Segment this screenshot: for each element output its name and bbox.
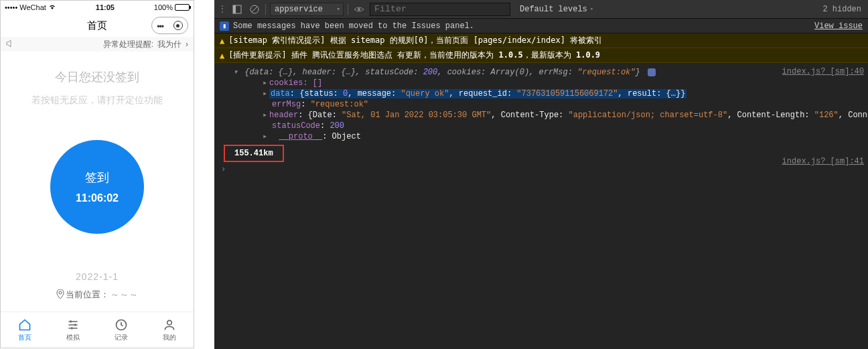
tab-mine[interactable]: 我的 (145, 312, 194, 348)
signin-time: 11:06:02 (76, 192, 119, 204)
warning-icon: ▲ (220, 36, 224, 46)
location-row: 当前位置： ～～～ (56, 289, 139, 301)
object-property[interactable]: __proto__: Object (233, 131, 868, 142)
source-link[interactable]: index.js? [sm]:41 (782, 157, 864, 166)
levels-label: Default levels (520, 5, 587, 14)
signal-dots: ••••• (5, 3, 17, 11)
object-property[interactable]: statusCode: 200 (233, 121, 868, 131)
object-property[interactable]: cookies: [] (233, 78, 868, 88)
view-issues-link[interactable]: View issue (814, 21, 863, 31)
carrier-label: WeChat (19, 3, 46, 11)
signin-button[interactable]: 签到 11:06:02 (50, 140, 144, 234)
source-link[interactable]: index.js? [sm]:40 (782, 67, 864, 76)
live-expression-button[interactable] (352, 3, 366, 16)
wifi-icon (48, 3, 56, 11)
statusbar-time: 11:05 (96, 3, 115, 11)
signin-hint-text: 若按钮无反应，请打开定位功能 (31, 94, 163, 107)
issues-banner: ▮ Some messages have been moved to the I… (214, 19, 868, 33)
svg-rect-3 (233, 5, 236, 13)
clear-console-button[interactable] (248, 3, 261, 16)
toggle-sidebar-button[interactable] (230, 3, 244, 16)
clock-icon (115, 318, 128, 332)
speaker-icon (6, 40, 15, 50)
svg-line-5 (252, 7, 257, 12)
tab-label: 记录 (115, 333, 128, 342)
tab-label: 我的 (163, 333, 176, 342)
tab-simulate[interactable]: 模拟 (49, 312, 97, 348)
capsule-menu-icon[interactable] (157, 20, 163, 31)
drawer-toggle-icon[interactable]: ⋮ (218, 4, 226, 14)
battery-icon (175, 4, 190, 11)
tabbar: 首页 模拟 记录 我的 (1, 311, 194, 348)
signin-status-text: 今日您还没签到 (55, 69, 139, 85)
location-label: 当前位置： (66, 289, 109, 301)
screen-body: 今日您还没签到 若按钮无反应，请打开定位功能 签到 11:06:02 2022-… (1, 52, 194, 311)
tab-records[interactable]: 记录 (97, 312, 145, 348)
warning-row: ▲ [插件更新提示] 插件 腾讯位置服务地图选点 有更新，当前使用的版本为 1.… (214, 48, 868, 63)
notice-bar[interactable]: 异常处理提醒: 我为什 › (1, 37, 194, 52)
home-icon (18, 318, 31, 332)
object-property[interactable]: header: {Date: "Sat, 01 Jan 2022 03:05:3… (233, 110, 868, 121)
signin-label: 签到 (85, 169, 109, 186)
svg-point-1 (167, 320, 172, 325)
wechat-capsule[interactable] (151, 17, 188, 34)
sliders-icon (66, 318, 80, 332)
phone-simulator: ••••• WeChat 11:05 100% 首页 (0, 0, 194, 348)
location-pin-icon (56, 289, 64, 301)
console-output[interactable]: index.js? [sm]:40 index.js? [sm]:41 {dat… (214, 63, 868, 349)
context-selector[interactable]: appservice (270, 3, 344, 16)
chevron-right-icon: › (186, 40, 188, 49)
warning-text: [插件更新提示] 插件 腾讯位置服务地图选点 有更新，当前使用的版本为 1.0.… (228, 50, 600, 61)
context-label: appservice (275, 5, 323, 14)
svg-point-6 (358, 8, 360, 11)
issues-badge-icon: ▮ (220, 21, 229, 31)
signin-date: 2022-1-1 (76, 271, 119, 282)
warning-text: [sitemap 索引情况提示] 根据 sitemap 的规则[0]，当前页面 … (228, 35, 602, 46)
log-levels-selector[interactable]: Default levels (514, 5, 599, 14)
user-icon (163, 318, 176, 332)
tab-label: 模拟 (66, 333, 80, 342)
tab-home[interactable]: 首页 (1, 312, 49, 348)
object-summary[interactable]: {data: {…}, header: {…}, statusCode: 200… (233, 67, 868, 78)
console-prompt[interactable]: › (214, 165, 868, 174)
warning-row: ▲ [sitemap 索引情况提示] 根据 sitemap 的规则[0]，当前页… (214, 33, 868, 48)
warning-icon: ▲ (220, 51, 224, 60)
tab-label: 首页 (18, 333, 31, 342)
info-chip-icon[interactable] (648, 68, 656, 76)
page-title: 首页 (87, 19, 107, 32)
object-property[interactable]: errMsg: "request:ok" (233, 99, 868, 110)
hidden-messages-count[interactable]: 2 hidden (822, 5, 864, 14)
object-property[interactable]: data: {status: 0, message: "query ok", r… (233, 88, 868, 99)
devtools-console: ⋮ appservice Default levels 2 hidden (214, 0, 868, 349)
notice-who: 我为什 (157, 39, 182, 50)
filter-input[interactable] (370, 3, 510, 16)
phone-navbar: 首页 (1, 14, 194, 37)
notice-label: 异常处理提醒: (103, 39, 153, 50)
console-toolbar: ⋮ appservice Default levels 2 hidden (214, 0, 868, 19)
capsule-close-icon[interactable] (173, 21, 183, 30)
issues-text: Some messages have been moved to the Iss… (233, 21, 474, 31)
phone-statusbar: ••••• WeChat 11:05 100% (1, 1, 194, 14)
battery-pct: 100% (154, 3, 173, 11)
highlighted-log-value: 155.41km (224, 145, 284, 162)
location-loading: ～～～ (111, 289, 139, 301)
